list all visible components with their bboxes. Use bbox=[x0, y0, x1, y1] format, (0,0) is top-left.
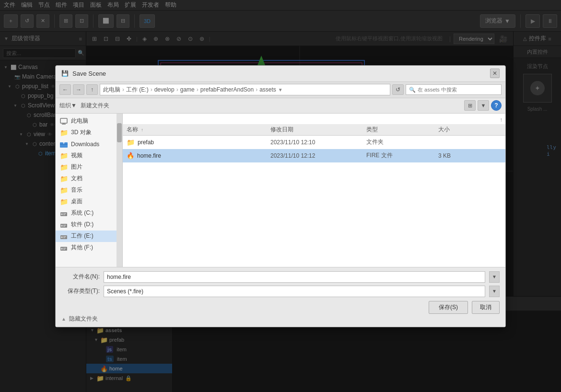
hide-folder-label: 隐藏文件夹 bbox=[69, 315, 98, 323]
svg-point-14 bbox=[61, 213, 63, 215]
filename-input[interactable] bbox=[104, 271, 485, 283]
cancel-button[interactable]: 取消 bbox=[472, 301, 500, 314]
save-button[interactable]: 保存(S) bbox=[429, 301, 468, 314]
file-row-home-fire[interactable]: 🔥 home.fire 2023/11/10 12:12 FIRE 文件 3 K… bbox=[123, 149, 505, 162]
dialog-nav-3d-label: 3D 对象 bbox=[71, 128, 92, 137]
view-btn-dropdown[interactable]: ▼ bbox=[478, 100, 489, 111]
dialog-nav-docs-label: 文档 bbox=[71, 174, 82, 183]
col-name[interactable]: 名称 ↑ bbox=[123, 126, 267, 134]
view-toggle-group: ⊞ ▼ ? bbox=[464, 100, 502, 111]
dialog-nav-computer[interactable]: 此电脑 bbox=[56, 115, 122, 127]
dialog-body: 此电脑 📁 3D 对象 Downloads 📁 视频 bbox=[56, 114, 505, 267]
col-type[interactable]: 类型 bbox=[362, 126, 434, 134]
svg-rect-16 bbox=[63, 214, 65, 215]
path-sep-1: › bbox=[122, 86, 124, 93]
dialog-close-button[interactable]: ✕ bbox=[490, 69, 500, 78]
col-type-label: 类型 bbox=[366, 126, 378, 133]
svg-rect-15 bbox=[63, 213, 66, 214]
hide-folder-arrow-icon: ▲ bbox=[61, 316, 66, 322]
dialog-nav-tree: 此电脑 📁 3D 对象 Downloads 📁 视频 bbox=[56, 114, 123, 267]
dialog-refresh-button[interactable]: ↺ bbox=[392, 84, 404, 95]
dialog-bottom: 文件名(N): ▼ 保存类型(T): ▼ 保存(S) 取消 ▲ bbox=[56, 267, 505, 327]
filename-row: 文件名(N): ▼ bbox=[61, 271, 500, 283]
dialog-nav-scroll-thumb[interactable] bbox=[117, 123, 122, 142]
col-date-label: 修改日期 bbox=[270, 126, 293, 133]
dialog-nav-drive-c[interactable]: 系统 (C:) bbox=[56, 208, 122, 219]
path-develop[interactable]: develop bbox=[154, 86, 175, 93]
dialog-nav-drive-f[interactable]: 其他 (F:) bbox=[56, 242, 122, 254]
dialog-nav-drive-e[interactable]: 工作 (E:) bbox=[56, 231, 122, 242]
dialog-back-button[interactable]: ← bbox=[59, 84, 71, 95]
svg-rect-19 bbox=[63, 225, 66, 226]
filename-dropdown[interactable]: ▼ bbox=[489, 271, 500, 283]
path-prefab[interactable]: prefabFatherAndSon bbox=[200, 86, 254, 93]
svg-rect-23 bbox=[63, 236, 66, 237]
dialog-nav-pic-label: 图片 bbox=[71, 163, 82, 171]
drive-e-icon bbox=[59, 232, 68, 241]
col-name-label: 名称 bbox=[127, 126, 138, 133]
hide-folder-row: ▲ 隐藏文件夹 bbox=[61, 315, 500, 323]
file-row-prefab[interactable]: 📁 prefab 2023/11/10 12:10 文件夹 bbox=[123, 136, 505, 149]
home-type-label: FIRE 文件 bbox=[366, 152, 393, 159]
savetype-row: 保存类型(T): ▼ bbox=[61, 286, 500, 297]
drive-c-icon bbox=[59, 209, 68, 218]
save-scene-dialog: 💾 Save Scene ✕ ← → ↑ 此电脑 › 工作 (E:) › dev… bbox=[55, 65, 506, 327]
dialog-nav-scrollbar[interactable] bbox=[117, 114, 122, 267]
file-size-home: 3 KB bbox=[434, 152, 482, 159]
path-sep-4: › bbox=[197, 86, 199, 93]
sort-name-arrow: ↑ bbox=[141, 127, 143, 132]
new-folder-button[interactable]: 新建文件夹 bbox=[81, 102, 109, 110]
col-date[interactable]: 修改日期 bbox=[267, 126, 362, 134]
dialog-nav-drive-d[interactable]: 软件 (D:) bbox=[56, 219, 122, 231]
prefab-type-label: 文件夹 bbox=[366, 138, 384, 145]
dialog-nav-docs[interactable]: 📁 文档 bbox=[56, 173, 122, 184]
prefab-folder-icon: 📁 bbox=[127, 138, 135, 146]
file-date-prefab: 2023/11/10 12:10 bbox=[267, 139, 362, 146]
svg-rect-20 bbox=[63, 226, 65, 227]
dialog-icon: 💾 bbox=[61, 70, 69, 77]
path-sep-2: › bbox=[151, 86, 152, 93]
dialog-search-box: 🔍 bbox=[406, 84, 502, 95]
svg-rect-27 bbox=[63, 248, 66, 249]
dialog-nav-3d[interactable]: 📁 3D 对象 bbox=[56, 127, 122, 138]
dialog-nav-video-label: 视频 bbox=[71, 151, 82, 160]
dialog-search-input[interactable] bbox=[418, 87, 498, 92]
dialog-file-toolbar: 组织▼ 新建文件夹 ⊞ ▼ ? bbox=[56, 98, 505, 114]
path-assets[interactable]: assets bbox=[259, 86, 276, 93]
svg-point-18 bbox=[61, 225, 63, 227]
fire-file-icon: 🔥 bbox=[127, 152, 134, 159]
dialog-forward-button[interactable]: → bbox=[73, 84, 84, 95]
organize-label: 组织▼ bbox=[59, 102, 77, 110]
dialog-nav-drive-c-label: 系统 (C:) bbox=[71, 209, 94, 217]
file-date-home: 2023/11/10 12:12 bbox=[267, 152, 362, 159]
svg-rect-24 bbox=[63, 237, 65, 238]
col-size[interactable]: 大小 bbox=[434, 126, 482, 134]
dialog-path-bar: 此电脑 › 工作 (E:) › develop › game › prefabF… bbox=[100, 84, 390, 95]
path-dropdown-arrow[interactable]: ▼ bbox=[278, 87, 283, 92]
path-sep-5: › bbox=[256, 86, 257, 93]
path-computer[interactable]: 此电脑 bbox=[103, 86, 120, 94]
dialog-nav-desktop[interactable]: 📁 桌面 bbox=[56, 196, 122, 208]
svg-point-26 bbox=[61, 248, 63, 250]
dialog-help-button[interactable]: ? bbox=[491, 100, 502, 111]
cancel-btn-label: 取消 bbox=[480, 304, 491, 311]
savetype-dropdown[interactable]: ▼ bbox=[489, 286, 500, 297]
savetype-input[interactable] bbox=[104, 286, 485, 297]
dialog-file-list: ↑ 名称 ↑ 修改日期 类型 大小 bbox=[123, 114, 505, 267]
dialog-nav-video[interactable]: 📁 视频 bbox=[56, 150, 122, 161]
dialog-title: Save Scene bbox=[72, 70, 486, 77]
dialog-nav-music[interactable]: 📁 音乐 bbox=[56, 184, 122, 196]
dialog-nav-downloads-label: Downloads bbox=[71, 141, 99, 148]
dialog-up-button[interactable]: ↑ bbox=[86, 84, 98, 95]
folder-pic-icon: 📁 bbox=[59, 163, 68, 172]
organize-button[interactable]: 组织▼ bbox=[59, 102, 77, 110]
dialog-nav-pictures[interactable]: 📁 图片 bbox=[56, 161, 122, 173]
drive-d-icon bbox=[59, 220, 68, 229]
path-game[interactable]: game bbox=[180, 86, 195, 93]
path-drive[interactable]: 工作 (E:) bbox=[126, 86, 149, 94]
folder-desktop-icon: 📁 bbox=[59, 197, 68, 206]
folder-dl-icon bbox=[59, 140, 68, 149]
view-list-button[interactable]: ⊞ bbox=[464, 100, 476, 111]
dialog-nav-downloads[interactable]: Downloads bbox=[56, 138, 122, 150]
folder-3d-icon: 📁 bbox=[59, 128, 68, 137]
